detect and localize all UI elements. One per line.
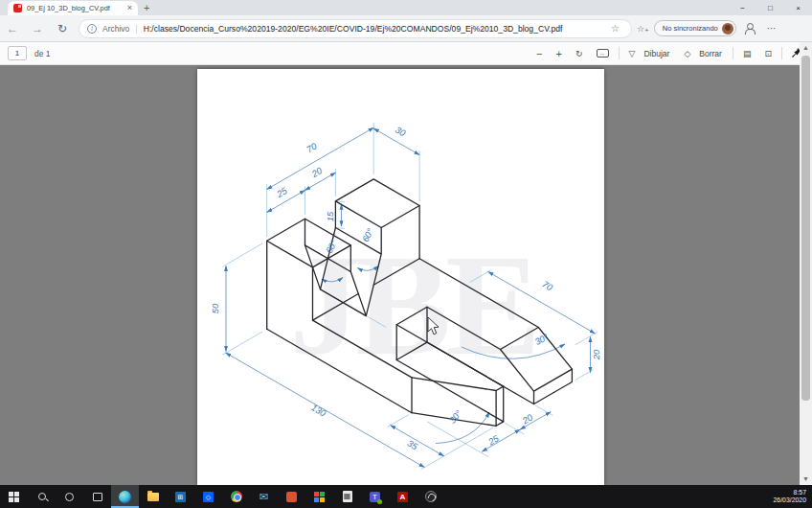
- rotate-icon[interactable]: ↻: [569, 43, 590, 64]
- sync-status-button[interactable]: No sincronizando: [654, 20, 736, 36]
- desktop: 09_Ej 10_3D_blog_CV.pdf × + − □ × ← → ↻ …: [0, 0, 812, 508]
- store-icon[interactable]: ⊞: [167, 485, 194, 508]
- draw-icon[interactable]: ▽: [622, 43, 643, 64]
- zoom-in-icon[interactable]: +: [550, 43, 569, 64]
- dim-prong-35: 35: [405, 438, 419, 452]
- obs-icon[interactable]: [417, 485, 444, 508]
- explorer-icon[interactable]: [139, 485, 167, 508]
- file-scheme-label: Archivo: [102, 24, 129, 34]
- dim-end-25: 25: [485, 432, 501, 448]
- dim-angle-30-right: 30°: [532, 332, 550, 348]
- task-view-icon[interactable]: [83, 485, 111, 508]
- browser-titlebar: 09_Ej 10_3D_blog_CV.pdf × + − □ ×: [0, 0, 812, 15]
- erase-icon[interactable]: ◇: [677, 43, 697, 64]
- dim-bar-70: 70: [540, 279, 554, 293]
- dim-top-width: 70: [304, 140, 319, 154]
- new-tab-button[interactable]: +: [144, 2, 149, 13]
- address-separator: |: [135, 24, 137, 34]
- tab-title: 09_Ej 10_3D_blog_CV.pdf: [27, 4, 123, 12]
- scrollbar[interactable]: ▲ ▼: [800, 42, 812, 485]
- dim-angle-30-front: 30°: [446, 408, 463, 426]
- fit-to-width-icon[interactable]: ↔: [597, 49, 609, 58]
- draw-label[interactable]: Dibujar: [642, 49, 677, 58]
- dim-height-20: 20: [591, 349, 601, 360]
- browser-navbar: ← → ↻ i Archivo | H:/clases/Docencia_Cur…: [0, 15, 812, 42]
- restore-button[interactable]: □: [756, 0, 784, 15]
- erase-label[interactable]: Borrar: [697, 49, 730, 58]
- save-icon[interactable]: ⊡: [757, 43, 778, 64]
- scroll-up-icon[interactable]: ▲: [800, 42, 812, 54]
- taskbar-clock[interactable]: 8:57 26/03/2020: [774, 489, 812, 505]
- dropbox-icon[interactable]: ◇: [194, 485, 222, 508]
- pdf-viewer[interactable]: JBE: [0, 65, 800, 485]
- start-icon[interactable]: [0, 485, 28, 508]
- teams-icon[interactable]: T: [361, 485, 389, 508]
- dim-top-depth: 30: [394, 125, 408, 139]
- favorite-star-icon[interactable]: ☆: [607, 23, 623, 34]
- clock-date: 26/03/2020: [774, 496, 807, 505]
- photos-icon[interactable]: [278, 485, 305, 508]
- profile-avatar: [722, 23, 733, 35]
- scrollbar-thumb[interactable]: [801, 56, 810, 401]
- dim-height-50: 50: [210, 303, 220, 313]
- dim-notch-60-right: 60°: [360, 226, 376, 243]
- dim-step-15: 15: [325, 211, 335, 221]
- calculator-icon[interactable]: ▦: [333, 485, 361, 508]
- close-button[interactable]: ×: [784, 0, 812, 15]
- minimize-button[interactable]: −: [729, 0, 756, 15]
- edge-icon[interactable]: [111, 485, 139, 508]
- part-edges: [267, 179, 573, 426]
- dim-step-25: 25: [274, 185, 289, 200]
- forward-icon[interactable]: →: [25, 22, 50, 35]
- colors-app-icon[interactable]: [305, 485, 333, 508]
- page-count-label: de 1: [34, 49, 51, 58]
- browser-tab[interactable]: 09_Ej 10_3D_blog_CV.pdf ×: [8, 1, 138, 15]
- pdf-toolbar: 1 de 1 − + ↻ ↔ ▽ Dibujar ◇ Borrar ▤ ⊡: [0, 42, 812, 65]
- cortana-icon[interactable]: [56, 485, 83, 508]
- favorites-add-icon[interactable]: ☆₊: [632, 24, 654, 34]
- search-icon[interactable]: [28, 485, 56, 508]
- clock-time: 8:57: [774, 489, 807, 497]
- print-icon[interactable]: ▤: [736, 43, 758, 64]
- page-number-input[interactable]: 1: [8, 46, 27, 60]
- taskbar: ⊞ ◇ ✉ ▦ T A 8:57 26/03/2020: [0, 485, 812, 508]
- sync-status-label: No sincronizando: [663, 24, 718, 33]
- dim-slot-20: 20: [520, 411, 535, 427]
- reload-icon[interactable]: ↻: [50, 22, 75, 35]
- page-info-icon[interactable]: i: [87, 24, 97, 34]
- address-bar[interactable]: i Archivo | H:/clases/Docencia_Curso%202…: [79, 19, 632, 38]
- dimension-lines: [226, 127, 596, 467]
- url-text[interactable]: H:/clases/Docencia_Curso%202019-2020/EG%…: [144, 24, 601, 34]
- zoom-out-icon[interactable]: −: [530, 43, 549, 64]
- scroll-down-icon[interactable]: ▼: [800, 473, 812, 485]
- browser-menu-icon[interactable]: ⋯: [763, 23, 785, 34]
- mail-icon[interactable]: ✉: [250, 485, 278, 508]
- dim-step-20: 20: [309, 165, 325, 180]
- chrome-icon[interactable]: [222, 485, 250, 508]
- feedback-icon[interactable]: [744, 23, 756, 35]
- pdf-favicon-icon: [13, 4, 22, 12]
- isometric-drawing: 70 30 25 20 15 50 130 35 30° 25 20 70 30…: [0, 65, 800, 485]
- adobe-icon[interactable]: A: [389, 485, 417, 508]
- dim-length-130: 130: [309, 402, 328, 419]
- back-icon[interactable]: ←: [0, 22, 25, 35]
- mouse-cursor: [428, 317, 439, 335]
- tab-close-icon[interactable]: ×: [127, 4, 132, 12]
- dimension-labels: 70 30 25 20 15 50 130 35 30° 25 20 70 30…: [210, 125, 602, 452]
